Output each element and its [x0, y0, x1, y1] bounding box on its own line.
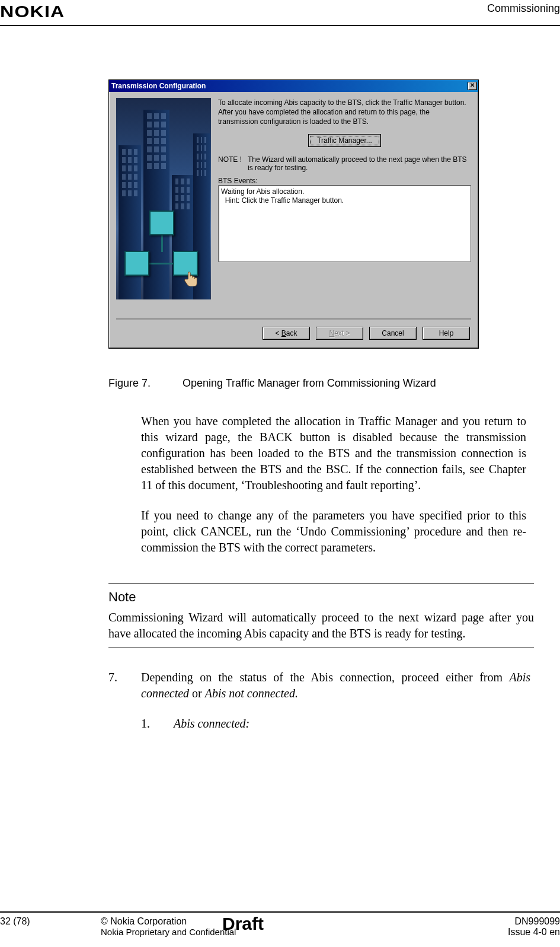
- note-rule-top: [108, 583, 534, 583]
- body-paragraph-2: If you need to change any of the paramet…: [141, 508, 526, 556]
- step-number: 7.: [108, 669, 141, 702]
- bts-events-label: BTS Events:: [218, 177, 471, 185]
- transmission-config-dialog: Transmission Configuration ✕ To allocate…: [108, 79, 479, 349]
- footer-doc-id: DN999099: [465, 916, 560, 927]
- step-7-sub-1: 1. Abis connected:: [141, 716, 530, 732]
- figure-caption: Figure 7. Opening Traffic Manager from C…: [108, 377, 560, 390]
- back-button[interactable]: < Back: [263, 327, 310, 340]
- wizard-side-graphic: [116, 98, 211, 299]
- body-paragraph-1: When you have completed the allocation i…: [141, 413, 526, 493]
- events-line: Waiting for Abis allocation.: [221, 187, 468, 197]
- footer-page-number: 32 (78): [0, 916, 101, 927]
- network-node-icon: [124, 251, 149, 276]
- page-footer: 32 (78) © Nokia Corporation Draft DN9990…: [0, 911, 560, 938]
- step-7-text: Depending on the status of the Abis conn…: [141, 669, 530, 702]
- note-heading: Note: [108, 589, 534, 605]
- footer-confidential: Nokia Proprietary and Confidential: [101, 927, 465, 937]
- bts-events-listbox[interactable]: Waiting for Abis allocation. Hint: Click…: [218, 185, 471, 262]
- dialog-note-text: The Wizard will automatically proceed to…: [248, 155, 471, 172]
- substep-text: Abis connected:: [174, 717, 249, 730]
- figure-number: Figure 7.: [108, 377, 180, 390]
- next-button-label: Next >: [329, 329, 350, 337]
- step-7-mid: or: [189, 687, 205, 700]
- network-node-icon: [149, 211, 174, 235]
- footer-copyright: © Nokia Corporation: [101, 916, 187, 926]
- back-button-label: < Back: [275, 329, 297, 337]
- brand-logo: NOKIA: [0, 2, 65, 25]
- page-header: NOKIA Commissioning: [0, 0, 560, 26]
- dialog-title: Transmission Configuration: [111, 82, 468, 90]
- pointer-hand-icon: [183, 269, 200, 286]
- step-7-pre: Depending on the status of the Abis conn…: [141, 671, 509, 684]
- help-button[interactable]: Help: [423, 327, 470, 340]
- note-block: Note Commissioning Wizard will automatic…: [108, 583, 534, 648]
- dialog-note-label: NOTE !: [218, 155, 242, 172]
- events-line: Hint: Click the Traffic Manager button.: [221, 196, 468, 206]
- traffic-manager-button[interactable]: Traffic Manager...: [308, 134, 381, 147]
- step-7-italic-2: Abis not connected.: [205, 687, 298, 700]
- dialog-instruction-text: To allocate incoming Abis capacity to th…: [218, 98, 471, 127]
- close-icon[interactable]: ✕: [468, 82, 477, 90]
- next-button: Next >: [316, 327, 363, 340]
- dialog-titlebar: Transmission Configuration ✕: [109, 80, 478, 92]
- cancel-button[interactable]: Cancel: [369, 327, 417, 340]
- note-rule-bottom: [108, 648, 534, 648]
- figure-caption-text: Opening Traffic Manager from Commissioni…: [183, 377, 436, 389]
- step-7: 7. Depending on the status of the Abis c…: [108, 669, 530, 702]
- substep-number: 1.: [141, 716, 174, 732]
- page-content: Transmission Configuration ✕ To allocate…: [0, 26, 560, 732]
- footer-issue: Issue 4-0 en: [465, 927, 560, 938]
- section-title: Commissioning: [487, 2, 560, 18]
- note-body-text: Commissioning Wizard will automatically …: [108, 610, 534, 642]
